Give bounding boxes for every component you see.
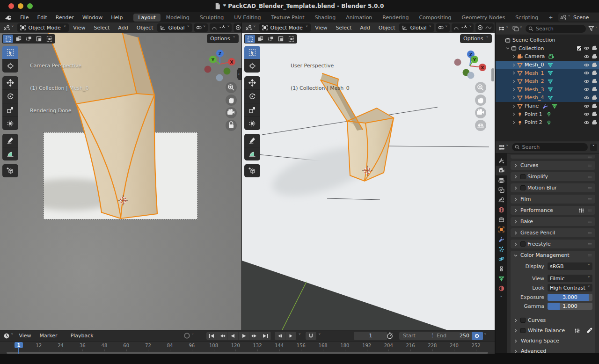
disclosure-closed-icon[interactable]: [513, 318, 518, 323]
disable-render-toggle[interactable]: [592, 79, 598, 84]
outliner-row-camera[interactable]: Camera: [496, 52, 599, 61]
menu-file[interactable]: File: [16, 15, 33, 21]
maximize-window-button[interactable]: [27, 3, 33, 9]
disclosure-closed-icon[interactable]: [513, 186, 518, 190]
menu-help[interactable]: Help: [107, 15, 127, 21]
workspace-tab-rendering[interactable]: Rendering: [378, 14, 413, 22]
disable-render-toggle[interactable]: [592, 103, 598, 109]
panel-curves[interactable]: Curves: [511, 161, 595, 170]
disable-render-toggle[interactable]: [592, 111, 598, 117]
snapping-widget[interactable]: ˅: [210, 23, 232, 32]
viewport-menu-object[interactable]: Object: [374, 25, 400, 31]
panel-performance[interactable]: Performance: [511, 206, 595, 215]
subpanel-checkbox[interactable]: [520, 318, 526, 323]
properties-tab-collection[interactable]: [496, 215, 507, 225]
add-workspace-button[interactable]: +: [544, 14, 557, 22]
disable-render-toggle[interactable]: [592, 120, 598, 125]
disclosure-closed-icon[interactable]: [513, 231, 518, 235]
tool-annotate[interactable]: [244, 134, 260, 147]
disclosure-closed-icon[interactable]: [511, 71, 516, 75]
select-mode-subtract[interactable]: [265, 35, 276, 43]
viewport-menu-select[interactable]: Select: [89, 25, 114, 31]
select-mode-new[interactable]: [3, 35, 13, 43]
disclosure-open-icon[interactable]: [513, 253, 518, 258]
viewport-menu-select[interactable]: Select: [331, 25, 356, 31]
properties-tab-particles[interactable]: [496, 244, 507, 254]
disclosure-closed-icon[interactable]: [511, 54, 516, 59]
jump-to-start-button[interactable]: [206, 332, 217, 340]
filter-icon[interactable]: [588, 26, 594, 31]
properties-tab-material[interactable]: [496, 284, 507, 293]
timeline-menu-view[interactable]: View: [15, 333, 36, 339]
chevron-down-icon[interactable]: ˅: [299, 333, 301, 339]
panel-checkbox[interactable]: [520, 241, 526, 247]
properties-tab-physics[interactable]: [496, 254, 507, 264]
outliner-row-point-2[interactable]: Point 2: [496, 118, 599, 127]
outliner-row-plane[interactable]: Plane: [496, 102, 599, 110]
display-mode-button[interactable]: ˅: [511, 26, 524, 32]
viewport-user[interactable]: ˅Object Mode˅ViewSelectAddObjectGlobal˅˅…: [242, 22, 495, 330]
options-dropdown[interactable]: Options˅: [460, 34, 492, 43]
timeline-menu-playback[interactable]: Playback: [66, 333, 98, 339]
timeline-menu-marker[interactable]: Marker: [36, 333, 62, 339]
tool-add-cube[interactable]: [244, 164, 260, 177]
viewport-menu-add[interactable]: Add: [114, 25, 132, 31]
disable-render-toggle[interactable]: [592, 54, 598, 59]
viewport-3d-area[interactable]: Z Y X ‹: [0, 33, 241, 330]
tool-select-box[interactable]: [244, 46, 260, 59]
properties-tab-scene[interactable]: [496, 195, 507, 205]
hide-viewport-toggle[interactable]: [584, 70, 590, 76]
subpanel-working-space[interactable]: Working Space: [513, 337, 592, 345]
disable-render-toggle[interactable]: [592, 70, 598, 76]
exclude-checkbox[interactable]: [577, 46, 582, 51]
chevron-down-icon[interactable]: ˅: [484, 333, 487, 339]
editor-type-button[interactable]: ˅: [497, 144, 510, 150]
subpanel-checkbox[interactable]: [520, 328, 526, 333]
workspace-tab-compositing[interactable]: Compositing: [415, 14, 456, 22]
menu-render[interactable]: Render: [51, 15, 78, 21]
display-dropdown[interactable]: sRGB˅: [548, 262, 592, 270]
select-mode-new[interactable]: [245, 35, 255, 43]
disclosure-closed-icon[interactable]: [511, 104, 516, 109]
panel-bake[interactable]: Bake: [511, 217, 595, 226]
disclosure-closed-icon[interactable]: [513, 242, 518, 247]
viewport-menu-object[interactable]: Object: [132, 25, 158, 31]
select-mode-intersect[interactable]: [286, 35, 296, 43]
exposure-slider[interactable]: 3.000: [548, 294, 592, 301]
step-forward-button[interactable]: [285, 332, 296, 340]
select-mode-subtract[interactable]: [23, 35, 34, 43]
workspace-tab-sculpting[interactable]: Sculpting: [195, 14, 228, 22]
tool-scale[interactable]: [244, 103, 260, 117]
chevron-down-icon[interactable]: ˅: [318, 333, 321, 339]
view-dropdown[interactable]: Filmic˅: [548, 275, 592, 282]
workspace-tab-layout[interactable]: Layout: [133, 14, 160, 22]
disclosure-closed-icon[interactable]: [511, 112, 516, 116]
workspace-tab-shading[interactable]: Shading: [310, 14, 341, 22]
panel-checkbox[interactable]: [520, 174, 526, 179]
select-mode-extend[interactable]: [13, 35, 23, 43]
close-window-button[interactable]: [8, 3, 14, 9]
tool-rotate[interactable]: [2, 90, 18, 103]
gamma-slider[interactable]: 1.000: [548, 303, 592, 310]
mode-dropdown[interactable]: Object Mode˅: [17, 23, 69, 32]
options-dropdown[interactable]: Options˅: [207, 34, 239, 43]
tabs-overflow-icon[interactable]: ˅: [496, 293, 507, 303]
editor-type-button[interactable]: ˅: [244, 25, 257, 31]
play-button[interactable]: [239, 332, 249, 340]
hide-viewport-toggle[interactable]: [584, 62, 590, 68]
tool-cursor[interactable]: [244, 59, 260, 73]
editor-type-button[interactable]: ˅: [2, 25, 15, 31]
outliner-row-mesh_1[interactable]: Mesh_1: [496, 69, 599, 77]
hide-viewport-toggle[interactable]: [584, 120, 590, 125]
disclosure-open-icon[interactable]: [505, 46, 510, 51]
panel-motion-blur[interactable]: Motion Blur: [511, 183, 595, 192]
viewport-3d-area[interactable]: Z Y X: [242, 33, 495, 330]
disclosure-closed-icon[interactable]: [513, 175, 518, 179]
playhead[interactable]: 1: [15, 342, 23, 354]
menu-edit[interactable]: Edit: [33, 15, 51, 21]
properties-tab-modifiers[interactable]: [496, 234, 507, 244]
disclosure-closed-icon[interactable]: [511, 120, 516, 125]
tool-move[interactable]: [2, 76, 18, 90]
tool-add-cube[interactable]: [2, 164, 18, 177]
look-dropdown[interactable]: High Contrast˅: [548, 284, 592, 291]
